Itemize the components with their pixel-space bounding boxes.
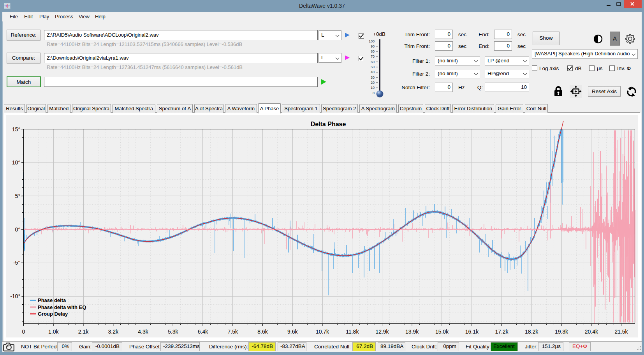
svg-text:11.8k: 11.8k bbox=[346, 329, 359, 335]
svg-text:21.5k: 21.5k bbox=[614, 329, 628, 335]
svg-text:40: 40 bbox=[371, 70, 375, 74]
svg-text:Phase delta: Phase delta bbox=[38, 297, 66, 303]
svg-text:9.6k: 9.6k bbox=[287, 329, 298, 335]
svg-text:13.9k: 13.9k bbox=[405, 329, 419, 335]
svg-text:20.4k: 20.4k bbox=[585, 329, 598, 335]
svg-text:0: 0 bbox=[22, 329, 25, 335]
svg-text:70: 70 bbox=[371, 55, 375, 58]
svg-text:Phase delta with EQ: Phase delta with EQ bbox=[38, 304, 86, 310]
svg-text:60: 60 bbox=[371, 60, 375, 64]
svg-text:Delta Phase: Delta Phase bbox=[311, 121, 346, 127]
svg-text:1.0k: 1.0k bbox=[48, 329, 59, 335]
svg-text:5.3k: 5.3k bbox=[168, 329, 178, 335]
svg-text:15.0k: 15.0k bbox=[435, 329, 449, 335]
svg-text:10: 10 bbox=[371, 86, 375, 90]
svg-text:12.9k: 12.9k bbox=[375, 329, 389, 335]
svg-text:50: 50 bbox=[371, 65, 375, 69]
svg-text:-10°: -10° bbox=[10, 293, 20, 299]
svg-text:30: 30 bbox=[371, 76, 375, 79]
svg-text:0°: 0° bbox=[15, 226, 20, 233]
svg-text:10.7k: 10.7k bbox=[316, 329, 329, 335]
svg-text:20: 20 bbox=[371, 81, 375, 85]
svg-text:15°: 15° bbox=[12, 126, 20, 132]
svg-text:5°: 5° bbox=[15, 193, 20, 199]
svg-text:4.3k: 4.3k bbox=[138, 329, 148, 335]
svg-text:19.3k: 19.3k bbox=[555, 329, 568, 335]
svg-text:100: 100 bbox=[369, 39, 375, 43]
svg-text:17.2k: 17.2k bbox=[495, 329, 509, 335]
svg-text:-5°: -5° bbox=[13, 260, 20, 266]
svg-text:8.6k: 8.6k bbox=[257, 329, 268, 335]
svg-text:16.1k: 16.1k bbox=[465, 329, 479, 335]
svg-text:10°: 10° bbox=[12, 159, 20, 166]
svg-text:0: 0 bbox=[373, 91, 375, 95]
svg-text:18.2k: 18.2k bbox=[525, 329, 538, 335]
svg-text:Group Delay: Group Delay bbox=[38, 311, 68, 317]
svg-text:2.1k: 2.1k bbox=[78, 329, 89, 335]
svg-text:90: 90 bbox=[371, 44, 375, 48]
svg-text:3.2k: 3.2k bbox=[108, 329, 119, 335]
svg-text:7.5k: 7.5k bbox=[228, 329, 238, 335]
svg-text:80: 80 bbox=[371, 49, 375, 53]
svg-text:6.4k: 6.4k bbox=[198, 329, 208, 335]
